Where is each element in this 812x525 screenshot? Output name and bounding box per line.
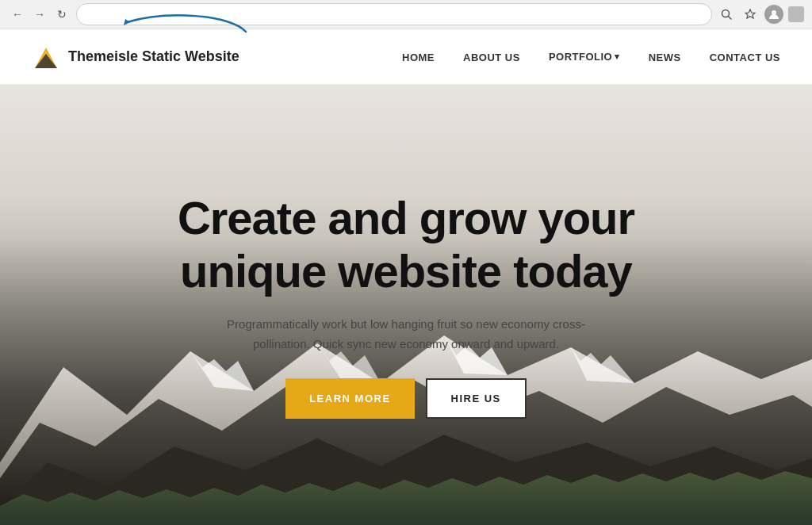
profile-avatar[interactable] [764, 5, 783, 24]
logo-icon [32, 43, 60, 71]
website: Themeisle Static Website HOME ABOUT US P… [0, 29, 812, 525]
nav-links: HOME ABOUT US PORTFOLIO NEWS CONTACT US [402, 50, 780, 64]
hero-content: Create and grow your unique website toda… [162, 176, 650, 434]
nav-item-news[interactable]: NEWS [649, 50, 681, 64]
hero-section: Create and grow your unique website toda… [0, 85, 812, 525]
url-input[interactable]: static.onlythebesttestwebsite.download [86, 9, 702, 20]
site-nav: Themeisle Static Website HOME ABOUT US P… [0, 29, 812, 85]
bookmark-button[interactable] [741, 5, 760, 24]
browser-toolbar: ← → ↻ static.onlythebesttestwebsite.down… [0, 0, 812, 29]
learn-more-button[interactable]: LEARN MORE [285, 378, 414, 419]
nav-link-about[interactable]: ABOUT US [463, 52, 520, 63]
forward-button[interactable]: → [30, 5, 49, 24]
hero-title-line1: Create and grow your [178, 192, 634, 243]
svg-marker-2 [745, 10, 755, 18]
logo-text: Themeisle Static Website [68, 48, 239, 65]
nav-link-contact[interactable]: CONTACT US [710, 52, 780, 63]
browser-chrome: ← → ↻ static.onlythebesttestwebsite.down… [0, 0, 812, 29]
star-icon [744, 8, 756, 21]
reload-button[interactable]: ↻ [52, 5, 71, 24]
hero-subtitle: Programmatically work but low hanging fr… [208, 314, 604, 354]
nav-link-news[interactable]: NEWS [649, 52, 681, 63]
site-logo[interactable]: Themeisle Static Website [32, 43, 239, 71]
nav-item-about[interactable]: ABOUT US [463, 50, 520, 64]
zoom-button[interactable] [717, 5, 736, 24]
nav-link-home[interactable]: HOME [402, 52, 435, 63]
hero-title: Create and grow your unique website toda… [178, 192, 634, 297]
search-icon [720, 8, 733, 21]
hero-buttons: LEARN MORE HIRE US [178, 378, 634, 419]
nav-link-portfolio[interactable]: PORTFOLIO [549, 51, 620, 63]
address-bar[interactable]: static.onlythebesttestwebsite.download [76, 3, 712, 25]
hero-title-line2: unique website today [180, 245, 632, 297]
back-button[interactable]: ← [8, 5, 27, 24]
nav-item-home[interactable]: HOME [402, 50, 435, 64]
hire-us-button[interactable]: HIRE US [426, 378, 527, 419]
nav-item-portfolio[interactable]: PORTFOLIO [549, 51, 620, 63]
avatar-icon [768, 9, 779, 20]
extensions-area [788, 6, 804, 22]
browser-nav-buttons: ← → ↻ [8, 5, 71, 24]
toolbar-right [717, 5, 804, 24]
nav-item-contact[interactable]: CONTACT US [710, 50, 780, 64]
svg-line-1 [729, 17, 732, 20]
svg-marker-6 [35, 54, 57, 68]
